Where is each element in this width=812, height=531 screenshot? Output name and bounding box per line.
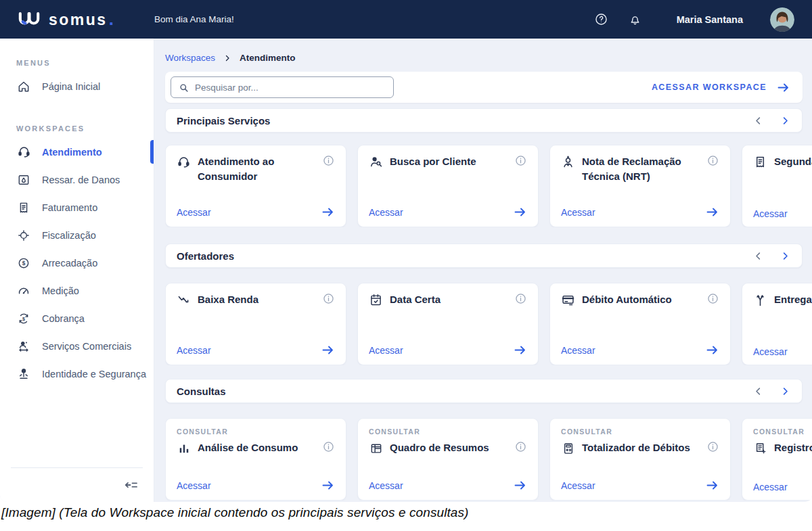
card-carousel-principais-servicos: Atendimento ao Consumidor Acessar — [165, 145, 812, 227]
calculator-icon — [561, 441, 575, 455]
acessar-link[interactable]: Acessar — [561, 207, 595, 218]
chevron-right-icon[interactable] — [779, 114, 791, 126]
sidebar-item-fiscalizacao[interactable]: Fiscalização — [0, 221, 154, 249]
svg-text:$: $ — [22, 316, 25, 321]
sidebar-item-servicos-comerciais[interactable]: Serviços Comerciais — [0, 332, 154, 360]
info-circle-icon[interactable] — [514, 440, 527, 453]
info-circle-icon[interactable] — [322, 292, 335, 305]
sidebar-item-identidade-e-seguranca[interactable]: Identidade e Segurança — [0, 360, 154, 388]
info-circle-icon[interactable] — [514, 154, 527, 167]
info-circle-icon[interactable] — [706, 292, 719, 305]
acessar-link[interactable]: Acessar — [561, 480, 595, 491]
card-title: Nota de Reclamação Técnica (NRT) — [582, 154, 697, 184]
info-circle-icon[interactable] — [322, 440, 335, 453]
person-desk-icon — [16, 339, 31, 354]
magnifier-icon — [178, 82, 189, 93]
search-box[interactable] — [171, 76, 394, 98]
consulta-card-analise-de-consumo[interactable]: CONSULTAR Análise de Consumo — [165, 418, 346, 501]
receipt-icon — [753, 155, 767, 169]
section-title: Consultas — [177, 386, 226, 397]
acessar-link[interactable]: Acessar — [177, 480, 211, 491]
somus-logo[interactable]: somus . — [18, 9, 114, 30]
table-icon — [369, 441, 383, 455]
acessar-link[interactable]: Acessar — [753, 482, 788, 492]
chevron-left-icon[interactable] — [752, 114, 764, 126]
sidebar-item-faturamento[interactable]: Faturamento — [0, 193, 154, 221]
arrow-right-icon[interactable] — [513, 343, 527, 357]
section-bar-ofertadores: Ofertadores — [165, 244, 803, 268]
service-card-nota-de-reclamacao-tecnica[interactable]: Nota de Reclamação Técnica (NRT) Acessar — [549, 145, 731, 227]
sidebar-item-pagina-inicial[interactable]: Página Inicial — [0, 72, 154, 100]
target-icon — [16, 228, 31, 243]
search-input[interactable] — [195, 83, 386, 93]
user-name[interactable]: Maria Santana — [677, 14, 743, 25]
credit-card-icon — [561, 293, 575, 307]
page: somus . Bom dia Ana Maria! — [0, 0, 812, 531]
receipt-icon — [16, 200, 31, 215]
info-circle-icon[interactable] — [706, 440, 719, 453]
arrow-right-icon[interactable] — [705, 478, 719, 492]
arrow-right-icon[interactable] — [513, 478, 527, 492]
technician-icon — [561, 155, 575, 169]
acessar-workspace-button[interactable]: ACESSAR WORKSPACE — [652, 80, 790, 95]
service-card-debito-automatico[interactable]: Débito Automático Acessar — [549, 283, 731, 365]
chevron-right-icon — [223, 54, 231, 62]
service-card-busca-por-cliente[interactable]: Busca por Cliente Acessar — [357, 145, 539, 227]
sidebar-item-ressar-de-danos[interactable]: Ressar. de Danos — [0, 166, 154, 193]
acessar-link[interactable]: Acessar — [753, 346, 788, 357]
arrow-right-icon[interactable] — [321, 343, 335, 357]
collapse-left-icon[interactable] — [122, 476, 140, 494]
acessar-link[interactable]: Acessar — [369, 345, 403, 356]
service-card-data-certa[interactable]: Data Certa Acessar — [357, 283, 539, 365]
service-card-baixa-renda[interactable]: Baixa Renda Acessar — [165, 283, 346, 365]
arrow-right-icon[interactable] — [321, 478, 335, 492]
greeting-text: Bom dia Ana Maria! — [154, 14, 234, 24]
arrow-right-icon[interactable] — [321, 205, 335, 219]
info-circle-icon[interactable] — [322, 154, 335, 167]
sidebar-item-label: Ressar. de Danos — [42, 175, 120, 185]
service-card-segunda-via[interactable]: Segunda Via Acessar — [742, 145, 812, 227]
arrow-right-icon[interactable] — [705, 343, 719, 357]
info-circle-icon[interactable] — [514, 292, 527, 305]
sidebar-item-cobranca[interactable]: $ Cobrança — [0, 304, 154, 332]
info-circle-icon[interactable] — [706, 154, 719, 167]
acessar-link[interactable]: Acessar — [753, 208, 788, 219]
acessar-link[interactable]: Acessar — [369, 207, 403, 218]
avatar[interactable] — [770, 7, 794, 32]
chevron-right-icon[interactable] — [779, 385, 791, 397]
acessar-link[interactable]: Acessar — [369, 480, 403, 491]
bell-icon[interactable] — [628, 12, 643, 27]
card-eyebrow: CONSULTAR — [561, 428, 719, 436]
sidebar-item-label: Fiscalização — [42, 230, 96, 241]
sidebar-item-label: Atendimento — [42, 147, 102, 158]
consulta-card-totalizador-de-debitos[interactable]: CONSULTAR Totalizador de Débitos — [549, 418, 731, 501]
acessar-link[interactable]: Acessar — [561, 345, 595, 356]
calendar-check-icon — [369, 293, 383, 307]
arrow-right-icon[interactable] — [513, 205, 527, 219]
sidebar-item-atendimento[interactable]: Atendimento — [0, 138, 154, 166]
consulta-card-quadro-de-resumos[interactable]: CONSULTAR Quadro de Resumos — [357, 418, 539, 501]
sidebar-item-arrecadacao[interactable]: $ Arrecadação — [0, 249, 154, 277]
water-damage-icon — [16, 172, 31, 187]
card-title: Segunda Via — [774, 154, 812, 169]
chevron-right-icon[interactable] — [779, 250, 791, 262]
card-title: Débito Automático — [582, 292, 697, 307]
acessar-link[interactable]: Acessar — [177, 207, 211, 218]
chevron-left-icon[interactable] — [752, 385, 764, 397]
main-content: Workspaces Atendimento — [154, 39, 812, 502]
service-card-entrega[interactable]: Entrega de Fatura Acessar — [742, 283, 812, 365]
breadcrumb-workspaces[interactable]: Workspaces — [165, 53, 215, 63]
person-search-icon — [369, 155, 383, 169]
service-card-atendimento-ao-consumidor[interactable]: Atendimento ao Consumidor Acessar — [165, 145, 346, 227]
acessar-link[interactable]: Acessar — [177, 345, 211, 356]
sidebar-section-menus: MENUS — [16, 59, 137, 67]
sidebar-item-label: Faturamento — [42, 202, 97, 213]
consulta-card-registro[interactable]: CONSULTAR Registro de Atendimentos — [742, 418, 812, 501]
arrow-right-icon[interactable] — [705, 205, 719, 219]
sidebar-item-medicao[interactable]: Medição — [0, 277, 154, 304]
app-screenshot: somus . Bom dia Ana Maria! — [0, 0, 812, 502]
chevron-left-icon[interactable] — [752, 250, 764, 262]
card-eyebrow: CONSULTAR — [369, 428, 527, 436]
acessar-workspace-label: ACESSAR WORKSPACE — [652, 83, 767, 92]
question-circle-icon[interactable] — [594, 12, 609, 27]
